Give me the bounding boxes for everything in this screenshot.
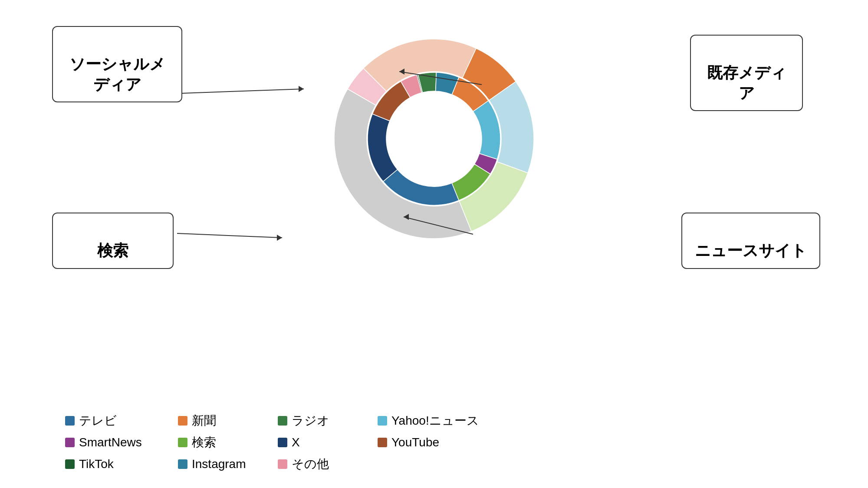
legend-label-yahoo: Yahoo!ニュース (391, 413, 479, 429)
legend-color-youtube (378, 438, 387, 447)
callout-search: 検索 (52, 213, 174, 269)
legend-label-radio: ラジオ (292, 413, 329, 429)
legend-color-smartnews (65, 438, 75, 447)
legend-label-search: 検索 (192, 434, 216, 451)
legend-color-x (278, 438, 287, 447)
legend-color-newspaper (178, 416, 187, 426)
legend-item-youtube: YouTube (378, 436, 508, 449)
legend-label-x: X (292, 436, 300, 449)
legend-color-instagram (178, 459, 187, 469)
legend-label-tv: テレビ (79, 413, 117, 429)
legend-item-tiktok: TikTok (65, 457, 178, 471)
chart-container (312, 13, 556, 299)
donut-chart (312, 13, 556, 273)
social-arrow (182, 89, 304, 93)
legend-item-smartnews: SmartNews (65, 436, 178, 449)
legend-label-instagram: Instagram (192, 457, 246, 471)
legend-label-newspaper: 新聞 (192, 413, 216, 429)
legend-color-tiktok (65, 459, 75, 469)
legend-item-search: 検索 (178, 434, 278, 451)
legend-color-tv (65, 416, 75, 426)
legend-color-radio (278, 416, 287, 426)
legend-item-radio: ラジオ (278, 413, 378, 429)
legend-item-x: X (278, 436, 378, 449)
legend-item-instagram: Instagram (178, 457, 278, 471)
social-arrowhead (299, 86, 304, 92)
search-arrow (177, 233, 282, 238)
legend-label-smartnews: SmartNews (79, 436, 142, 449)
svg-point-0 (388, 93, 480, 184)
legend-item-yahoo: Yahoo!ニュース (378, 413, 508, 429)
legend-color-other (278, 459, 287, 469)
callout-existing: 既存メディア (690, 35, 803, 111)
legend-item-newspaper: 新聞 (178, 413, 278, 429)
callout-news: ニュースサイト (681, 213, 820, 269)
legend-area: テレビ 新聞 ラジオ Yahoo!ニュース SmartNews 検索 X You… (65, 410, 508, 475)
legend-label-youtube: YouTube (391, 436, 439, 449)
search-arrowhead (277, 235, 282, 241)
callout-social: ソーシャルメ ディア (52, 26, 182, 102)
legend-label-other: その他 (292, 456, 329, 472)
legend-label-tiktok: TikTok (79, 457, 114, 471)
legend-item-other: その他 (278, 456, 378, 472)
legend-item-tv: テレビ (65, 413, 178, 429)
legend-color-search (178, 438, 187, 447)
legend-color-yahoo (378, 416, 387, 426)
